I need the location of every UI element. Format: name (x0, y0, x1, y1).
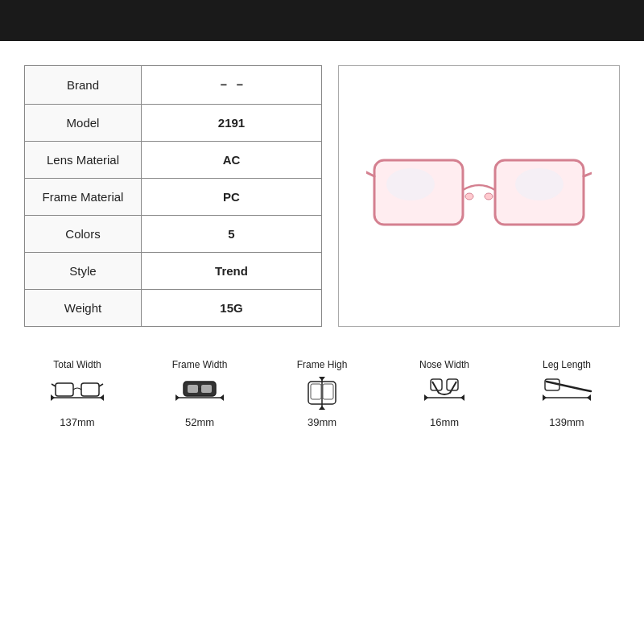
table-value-5: Trend (142, 253, 322, 290)
measure-label-0: Total Width (53, 359, 101, 370)
svg-marker-16 (175, 394, 180, 401)
svg-line-13 (52, 384, 56, 386)
measure-value-3: 16mm (430, 416, 459, 428)
svg-point-5 (515, 168, 564, 200)
product-image (366, 132, 592, 261)
svg-marker-23 (319, 377, 325, 381)
svg-marker-29 (424, 394, 428, 401)
table-label-4: Colors (25, 216, 142, 253)
svg-marker-24 (319, 406, 325, 410)
measure-label-3: Nose Width (419, 359, 469, 370)
measure-icon-frame-width (171, 375, 228, 411)
product-info-table: Brand － － Model 2191 Lens Material AC Fr… (24, 65, 322, 327)
measure-value-2: 39mm (308, 416, 336, 428)
measure-label-4: Leg Length (543, 359, 591, 370)
svg-point-6 (465, 193, 473, 200)
table-value-2: AC (142, 142, 322, 179)
svg-marker-30 (460, 394, 464, 401)
measure-value-4: 139mm (549, 416, 584, 428)
table-row: Brand － － (25, 66, 322, 105)
svg-point-4 (386, 168, 435, 200)
table-value-3: PC (142, 179, 322, 216)
measure-item-frame-width: Frame Width 52mm (151, 359, 248, 428)
table-row: Weight 15G (25, 290, 322, 327)
svg-marker-34 (543, 394, 547, 401)
table-label-5: Style (25, 253, 142, 290)
measure-value-1: 52mm (185, 416, 214, 428)
measure-icon-nose-width (416, 375, 473, 411)
product-image-box (338, 65, 620, 327)
measure-item-nose-width: Nose Width 16mm (396, 359, 493, 428)
measure-icon-total-width (49, 375, 105, 411)
page-header (0, 0, 644, 41)
svg-line-14 (99, 384, 103, 386)
table-value-6: 15G (142, 290, 322, 327)
table-value-1: 2191 (142, 105, 322, 142)
svg-marker-17 (220, 394, 224, 401)
measure-label-2: Frame High (297, 359, 348, 370)
table-value-4: 5 (142, 216, 322, 253)
table-row: Style Trend (25, 253, 322, 290)
svg-marker-10 (100, 394, 104, 401)
measure-value-0: 137mm (60, 416, 94, 428)
measure-item-frame-high: Frame High 39mm (274, 359, 370, 428)
svg-marker-35 (587, 394, 591, 401)
svg-rect-19 (188, 385, 198, 393)
svg-point-7 (485, 193, 493, 200)
svg-rect-20 (201, 385, 212, 393)
table-label-6: Weight (25, 290, 142, 327)
table-value-0: － － (142, 66, 322, 105)
svg-rect-26 (311, 384, 321, 399)
main-content: Brand － － Model 2191 Lens Material AC Fr… (0, 41, 644, 343)
measure-icon-leg-length (539, 375, 595, 411)
svg-rect-12 (81, 383, 99, 396)
table-row: Colors 5 (25, 216, 322, 253)
table-label-0: Brand (25, 66, 142, 105)
measure-icon-frame-high (294, 375, 350, 411)
table-label-3: Frame Material (25, 179, 142, 216)
measure-label-1: Frame Width (172, 359, 228, 370)
svg-marker-9 (51, 394, 55, 401)
table-label-2: Lens Material (25, 142, 142, 179)
measurements-section: Total Width 137mm Frame Width (0, 351, 644, 444)
measure-item-leg-length: Leg Length 139mm (518, 359, 615, 428)
svg-rect-27 (323, 384, 333, 399)
svg-rect-11 (56, 383, 73, 396)
table-row: Model 2191 (25, 105, 322, 142)
table-row: Lens Material AC (25, 142, 322, 179)
measure-item-total-width: Total Width 137mm (29, 359, 126, 428)
table-row: Frame Material PC (25, 179, 322, 216)
table-label-1: Model (25, 105, 142, 142)
